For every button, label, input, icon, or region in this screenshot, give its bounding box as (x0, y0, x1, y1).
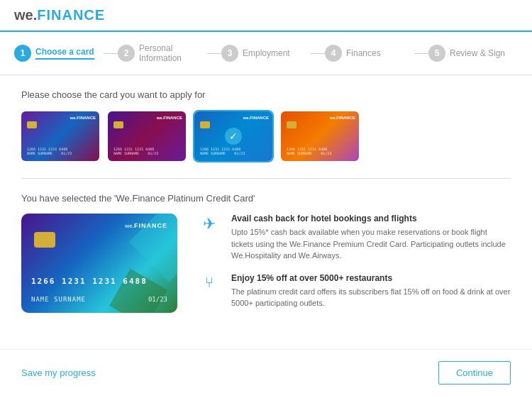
step-circle-1: 1 (14, 45, 31, 62)
card-option-2[interactable]: we.FINANCE 1266 1231 1231 6488NAME SURNA… (108, 111, 186, 161)
section-divider (21, 178, 511, 179)
step-1[interactable]: 1 Choose a card (14, 45, 104, 62)
card-logo-3: we.FINANCE (243, 116, 269, 120)
step-label-1: Choose a card (35, 47, 94, 60)
benefit-2-content: Enjoy 15% off at over 5000+ restaurants … (231, 273, 511, 309)
card-chip-4 (287, 121, 297, 128)
card-mini-text-4: 1266 1231 1231 6488NAME SURNAME 01/23 (287, 147, 331, 155)
big-card-chip (34, 232, 55, 248)
card-logo-1: we.FINANCE (70, 116, 96, 120)
big-card-expiry: 01/23 (148, 296, 167, 303)
card-option-4[interactable]: we.FINANCE 1266 1231 1231 6488NAME SURNA… (281, 111, 359, 161)
card-logo-4: we.FINANCE (330, 116, 355, 120)
benefit-1-text: Upto 15%* cash back available when you m… (231, 226, 511, 262)
step-divider-1 (104, 53, 118, 54)
step-label-4: Finances (346, 48, 381, 58)
big-card-name: NAME SURNAME (31, 296, 86, 303)
benefit-2-text: The platinum credit card offers its subs… (231, 286, 511, 309)
selected-section: we.FINANCE 1266 1231 1231 6488 NAME SURN… (21, 214, 511, 321)
step-divider-4 (414, 53, 428, 54)
step-circle-2: 2 (118, 45, 135, 62)
card-logo-2: we.FINANCE (157, 116, 182, 120)
logo-we: we. (14, 7, 37, 23)
footer: Save my progress Continue (0, 349, 532, 396)
logo-finance: FINANCE (37, 7, 105, 23)
big-card-logo: we.FINANCE (125, 222, 167, 229)
step-2[interactable]: 2 Personal Information (118, 43, 207, 63)
main-content: Please choose the card you want to apply… (0, 75, 532, 335)
card-chip-1 (27, 121, 37, 128)
continue-button[interactable]: Continue (438, 361, 511, 385)
benefit-1-title: Avail cash back for hotel bookings and f… (231, 214, 511, 223)
fork-icon: ⑂ (199, 275, 220, 291)
card-mini-text-1: 1266 1231 1231 6488NAME SURNAME 01/23 (27, 147, 72, 155)
selected-card-label: You have selected the You have selected … (21, 193, 511, 204)
step-circle-5: 5 (428, 45, 445, 62)
step-label-3: Employment (243, 48, 290, 58)
header: we. FINANCE (0, 0, 532, 32)
step-circle-4: 4 (325, 45, 342, 62)
benefit-1: ✈ Avail cash back for hotel bookings and… (199, 214, 511, 262)
card-mini-text-3: 1266 1231 1231 6488NAME SURNAME 01/23 (200, 147, 245, 155)
steps-bar: 1 Choose a card 2 Personal Information 3… (0, 32, 532, 75)
step-divider-3 (311, 53, 325, 54)
card-option-1[interactable]: we.FINANCE 1266 1231 1231 6488NAME SURNA… (21, 111, 99, 161)
step-3[interactable]: 3 Employment (221, 45, 311, 62)
choose-card-title: Please choose the card you want to apply… (21, 89, 511, 100)
big-card-number: 1266 1231 1231 6488 (31, 277, 148, 286)
benefit-2: ⑂ Enjoy 15% off at over 5000+ restaurant… (199, 273, 511, 309)
card-chip-2 (113, 121, 123, 128)
save-progress-link[interactable]: Save my progress (21, 367, 96, 378)
card-thumbnails: we.FINANCE 1266 1231 1231 6488NAME SURNA… (21, 111, 511, 161)
step-label-5: Review & Sign (450, 48, 505, 58)
step-4[interactable]: 4 Finances (325, 45, 414, 62)
card-mini-text-2: 1266 1231 1231 6488NAME SURNAME 01/23 (113, 147, 158, 155)
big-card: we.FINANCE 1266 1231 1231 6488 NAME SURN… (21, 214, 177, 313)
step-circle-3: 3 (221, 45, 238, 62)
card-chip-3 (200, 121, 210, 128)
card-option-3[interactable]: we.FINANCE 1266 1231 1231 6488NAME SURNA… (194, 111, 272, 161)
step-5[interactable]: 5 Review & Sign (428, 45, 518, 62)
plane-icon: ✈ (199, 215, 220, 233)
step-divider-2 (207, 53, 221, 54)
step-label-2: Personal Information (139, 43, 207, 63)
benefit-1-content: Avail cash back for hotel bookings and f… (231, 214, 511, 262)
benefit-2-title: Enjoy 15% off at over 5000+ restaurants (231, 273, 511, 283)
card-selected-check: ✓ (225, 128, 242, 145)
card-benefits: ✈ Avail cash back for hotel bookings and… (199, 214, 511, 321)
